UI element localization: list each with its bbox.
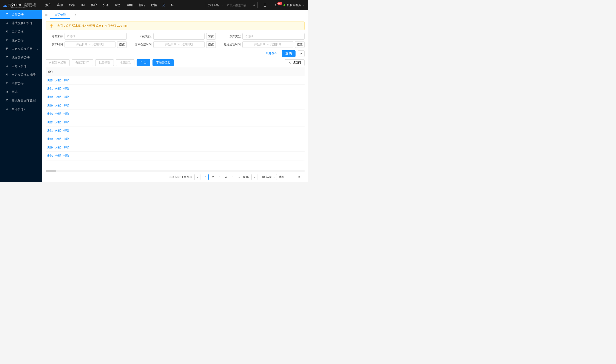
assign-link[interactable]: 分配 [55, 129, 61, 132]
friend-source-select[interactable]: 请选择⌄ [64, 33, 127, 39]
abandon-time-range[interactable]: 开始日期~结束日期 [64, 41, 116, 48]
tab-all-sea[interactable]: 全部公海 [50, 10, 70, 19]
users-icon [5, 99, 9, 103]
nav-item-6[interactable]: 财务 [112, 0, 124, 10]
sidebar-item-8[interactable]: 消防公海 [0, 79, 42, 88]
device-icon[interactable] [261, 3, 269, 7]
batch-claim-button[interactable]: 批量领取 [95, 59, 114, 66]
assign-link[interactable]: 分配 [55, 112, 61, 115]
assign-link[interactable]: 分配 [55, 137, 61, 141]
horizontal-scrollbar[interactable] [46, 170, 305, 172]
last-call-empty-button[interactable]: 空值 [295, 41, 305, 48]
column-settings-button[interactable]: 设置列 [285, 59, 305, 66]
delete-link[interactable]: 删除 [47, 120, 53, 124]
search-icon[interactable] [251, 4, 257, 7]
page-ellipsis[interactable]: ··· [237, 176, 241, 179]
refresh-button[interactable] [298, 50, 305, 57]
next-page-button[interactable]: › [251, 174, 257, 180]
sidebar-item-11[interactable]: 全部公海2 [0, 105, 42, 114]
page-last-button[interactable]: 6882 [243, 176, 249, 179]
claim-link[interactable]: 领取 [64, 104, 69, 107]
assign-manager-button[interactable]: 分配客户经理 [46, 59, 70, 66]
last-call-range[interactable]: 开始日期~结束日期 [242, 41, 293, 48]
delete-link[interactable]: 删除 [47, 112, 53, 115]
search-type-select[interactable]: 手机号码⌄ [206, 2, 225, 8]
query-button[interactable]: 查 询 [282, 50, 295, 57]
delete-link[interactable]: 删除 [47, 154, 53, 157]
claim-link[interactable]: 领取 [64, 120, 69, 124]
sidebar-item-10[interactable]: 测试昨日回库数据 [0, 96, 42, 105]
export-button[interactable]: 导 出 [137, 59, 150, 66]
nav-item-2[interactable]: 线索 [66, 0, 78, 10]
add-user-icon[interactable] [160, 3, 168, 7]
sidebar-item-9[interactable]: 测试 [0, 88, 42, 96]
svg-point-0 [163, 4, 164, 5]
delete-link[interactable]: 删除 [47, 146, 53, 149]
bell-icon[interactable]: 99+ [272, 3, 280, 7]
claim-link[interactable]: 领取 [64, 87, 69, 90]
nav-item-0[interactable]: 推广 [42, 0, 54, 10]
delete-link[interactable]: 删除 [47, 87, 53, 90]
user-menu[interactable]: 机构管理员 ▾ [283, 3, 304, 7]
assign-link[interactable]: 分配 [55, 104, 61, 107]
delete-link[interactable]: 删除 [47, 78, 53, 82]
jump-page-input[interactable] [287, 174, 295, 180]
page-2-button[interactable]: 2 [211, 176, 215, 179]
tab-add-icon[interactable]: ＋ [70, 13, 81, 17]
notification-badge: 99+ [277, 2, 282, 5]
region-select[interactable]: ⌄ [153, 33, 204, 39]
assign-link[interactable]: 分配 [55, 95, 61, 99]
phone-icon[interactable] [168, 3, 176, 7]
sidebar-item-1[interactable]: 非成交客户公海 [0, 19, 42, 27]
export-unencrypted-button[interactable]: 不加密导出 [153, 59, 174, 66]
nav-item-4[interactable]: 客户 [88, 0, 100, 10]
page-3-button[interactable]: 3 [217, 176, 221, 179]
page-5-button[interactable]: 5 [230, 176, 234, 179]
sidebar-item-2[interactable]: 二咨公海 [0, 27, 42, 36]
row-operations: 删除|分配|领取 [46, 127, 305, 135]
sidebar-item-5[interactable]: 成交客户公海 [0, 53, 42, 62]
claim-link[interactable]: 领取 [64, 154, 69, 157]
assign-link[interactable]: 分配 [55, 154, 61, 157]
nav-item-5[interactable]: 公海 [100, 0, 112, 10]
assign-link[interactable]: 分配 [55, 87, 61, 90]
sidebar-item-6[interactable]: 五月天公海 [0, 62, 42, 71]
delete-link[interactable]: 删除 [47, 137, 53, 141]
page-size-select[interactable]: 10 条/页⌄ [260, 174, 277, 180]
region-empty-button[interactable]: 空值 [206, 33, 216, 39]
create-time-empty-button[interactable]: 空值 [206, 41, 216, 48]
assign-dept-button[interactable]: 分配到部门 [72, 59, 93, 66]
delete-link[interactable]: 删除 [47, 104, 53, 107]
search-input[interactable] [225, 2, 251, 8]
sidebar-item-0[interactable]: 全部公海 [0, 10, 42, 19]
prev-page-button[interactable]: ‹ [194, 174, 200, 180]
filter-label: 放弃时间 [46, 43, 63, 46]
sidebar-item-3[interactable]: 注安公海 [0, 36, 42, 45]
create-time-range[interactable]: 开始日期~结束日期 [153, 41, 204, 48]
nav-item-1[interactable]: 客服 [54, 0, 66, 10]
claim-link[interactable]: 领取 [64, 78, 69, 82]
assign-link[interactable]: 分配 [55, 146, 61, 149]
tabs-menu-icon[interactable] [42, 10, 50, 19]
claim-link[interactable]: 领取 [64, 146, 69, 149]
batch-delete-button[interactable]: 批量删除 [116, 59, 134, 66]
assign-link[interactable]: 分配 [55, 78, 61, 82]
page-1-button[interactable]: 1 [203, 174, 209, 180]
delete-link[interactable]: 删除 [47, 129, 53, 132]
abandon-time-empty-button[interactable]: 空值 [117, 41, 127, 48]
expand-filters-link[interactable]: 展开条件⌄ [266, 52, 280, 55]
nav-item-9[interactable]: 数据 [148, 0, 160, 10]
nav-item-3[interactable]: IM [78, 0, 88, 10]
claim-link[interactable]: 领取 [64, 137, 69, 141]
sidebar-item-4[interactable]: 自定义公海分组⌄ [0, 45, 42, 53]
nav-item-8[interactable]: 报名 [136, 0, 148, 10]
sidebar-item-7[interactable]: 自定义公海过滤器 [0, 71, 42, 79]
nav-item-7[interactable]: 学服 [124, 0, 136, 10]
abandon-type-select[interactable]: 请选择⌄ [242, 33, 305, 39]
claim-link[interactable]: 领取 [64, 129, 69, 132]
assign-link[interactable]: 分配 [55, 120, 61, 124]
page-4-button[interactable]: 4 [224, 176, 228, 179]
claim-link[interactable]: 领取 [64, 95, 69, 99]
delete-link[interactable]: 删除 [47, 95, 53, 99]
claim-link[interactable]: 领取 [64, 112, 69, 115]
